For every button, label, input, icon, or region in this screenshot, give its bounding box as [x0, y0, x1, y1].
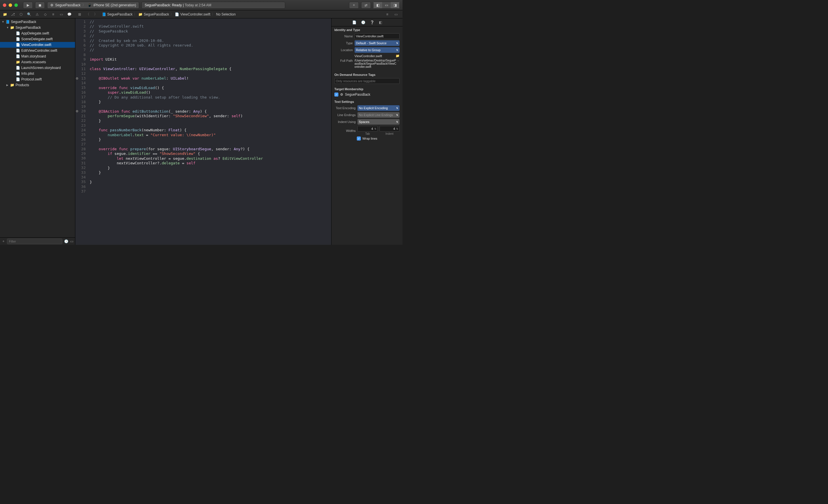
help-inspector-tab[interactable]: ❔: [370, 20, 374, 25]
chevron-right-icon: 〉: [82, 3, 86, 7]
tree-file[interactable]: 📄 AppDelegate.swift: [0, 31, 75, 36]
stop-button[interactable]: ◼: [35, 2, 45, 9]
folder-icon: 📁: [10, 83, 14, 87]
maximize-icon[interactable]: [14, 3, 18, 7]
symbol-navigator-icon[interactable]: ⬡: [17, 11, 25, 17]
tree-file[interactable]: 📄 LaunchScreen.storyboard: [0, 65, 75, 71]
debug-navigator-icon[interactable]: ≡: [49, 11, 57, 17]
tree-file[interactable]: 📄 EditViewController.swift: [0, 48, 75, 53]
name-label: Name: [334, 35, 355, 38]
attributes-inspector-tab[interactable]: ◧: [379, 20, 382, 25]
wrap-lines-checkbox[interactable]: ✓: [357, 136, 361, 140]
name-field[interactable]: [355, 33, 400, 39]
find-navigator-icon[interactable]: 🔍: [25, 11, 33, 17]
indent-sublabel: Indent: [379, 132, 400, 135]
tree-label: LaunchScreen.storyboard: [21, 66, 61, 70]
stepper-icon[interactable]: ⇅: [396, 128, 398, 130]
toggle-navigator-button[interactable]: ◧: [373, 2, 382, 8]
membership-checkbox[interactable]: ✓: [334, 93, 338, 97]
tree-file[interactable]: 📄 Protocol.swift: [0, 77, 75, 82]
toggle-inspector-button[interactable]: ◨: [391, 2, 399, 8]
connection-indicator-icon[interactable]: [76, 110, 78, 112]
status-app: SeguePassBack:: [144, 3, 171, 7]
target-icon: ⚙︎: [340, 93, 343, 97]
tree-file[interactable]: 📄 Main.storyboard: [0, 53, 75, 59]
disclosure-icon[interactable]: ▼: [2, 20, 5, 23]
breadcrumb-item[interactable]: No Selection: [216, 12, 236, 16]
tree-group-products[interactable]: ▶ 📁 Products: [0, 82, 75, 88]
stepper-icon[interactable]: ⇅: [374, 128, 376, 130]
folder-icon: 📁: [138, 12, 142, 16]
project-icon: 📘: [102, 12, 106, 16]
recent-icon[interactable]: 🕓: [64, 239, 69, 243]
breadcrumb-item[interactable]: ViewController.swift: [180, 12, 210, 16]
scheme-selector[interactable]: ⚙︎ SeguePassBack 〉 📱 iPhone SE (2nd gene…: [47, 2, 139, 9]
tree-file[interactable]: 📄 SceneDelegate.swift: [0, 36, 75, 42]
source-control-icon[interactable]: ⎇: [9, 11, 17, 17]
test-navigator-icon[interactable]: ◇: [41, 11, 49, 17]
type-select[interactable]: Default - Swift Source ⇅: [355, 40, 400, 46]
titlebar: ▶ ◼ ⚙︎ SeguePassBack 〉 📱 iPhone SE (2nd …: [0, 0, 403, 10]
file-inspector-tab[interactable]: 📄: [352, 20, 357, 25]
panel-toggles: ◧ ▭ ◨: [373, 2, 400, 9]
swift-file-icon: 📄: [15, 43, 20, 47]
file-tree[interactable]: ▼ 📘 SeguePassBack ▼ 📁 SeguePassBack 📄 Ap…: [0, 18, 75, 237]
indent-width-stepper[interactable]: 4 ⇅: [379, 126, 400, 132]
toggle-debug-button[interactable]: ▭: [382, 2, 391, 8]
folder-icon: 📁: [10, 25, 14, 30]
inspector-tabs: 📄 🕓 ❔ ◧: [331, 18, 403, 27]
tree-file[interactable]: 📁 Assets.xcassets: [0, 59, 75, 65]
breakpoint-navigator-icon[interactable]: ▭: [57, 11, 65, 17]
encoding-label: Text Encoding: [334, 106, 357, 110]
tree-group[interactable]: ▼ 📁 SeguePassBack: [0, 25, 75, 31]
inspector-panel: 📄 🕓 ❔ ◧ Identity and Type Name Type Defa…: [331, 18, 403, 245]
lineendings-select[interactable]: No Explicit Line Endings ⇅: [357, 112, 400, 118]
tab-width-stepper[interactable]: 4 ⇅: [357, 126, 378, 132]
swift-file-icon: 📄: [15, 37, 20, 41]
report-navigator-icon[interactable]: 💬: [66, 11, 73, 17]
run-button[interactable]: ▶: [23, 2, 33, 9]
tree-file[interactable]: 📄 Info.plist: [0, 71, 75, 77]
reveal-icon[interactable]: →: [397, 59, 400, 62]
folder-icon[interactable]: 📁: [396, 54, 400, 58]
tree-label: EditViewController.swift: [21, 49, 57, 53]
chevron-updown-icon: ⇅: [396, 114, 398, 117]
scheme-app-label: SeguePassBack: [55, 3, 81, 7]
project-navigator: ▼ 📘 SeguePassBack ▼ 📁 SeguePassBack 📄 Ap…: [0, 18, 75, 245]
encoding-select[interactable]: No Explicit Encoding ⇅: [357, 105, 400, 111]
code-content[interactable]: // // ViewController.swift // SeguePassB…: [88, 18, 331, 245]
tree-project-root[interactable]: ▼ 📘 SeguePassBack: [0, 19, 75, 25]
add-button[interactable]: ＋: [2, 239, 5, 244]
lineendings-value: No Explicit Line Endings: [359, 113, 393, 117]
disclosure-icon[interactable]: ▼: [6, 26, 10, 29]
connection-indicator-icon[interactable]: [76, 77, 78, 80]
close-icon[interactable]: [3, 3, 6, 7]
location-select[interactable]: Relative to Group ⇅: [355, 47, 400, 53]
navigator-toolbar: 📁 ⎇ ⬡ 🔍 ⚠ ◇ ≡ ▭ 💬 ⊞ 〈 〉 📘 SeguePassBack …: [0, 10, 403, 18]
code-review-button[interactable]: ⇄: [361, 2, 371, 9]
disclosure-icon[interactable]: ▶: [6, 84, 10, 87]
history-inspector-tab[interactable]: 🕓: [361, 20, 365, 25]
minimize-icon[interactable]: [9, 3, 12, 7]
filter-input[interactable]: [7, 238, 63, 244]
adjust-editor-icon[interactable]: ▭: [392, 11, 400, 17]
library-button[interactable]: ＋: [349, 2, 359, 9]
breadcrumb[interactable]: 📘 SeguePassBack 〉 📁 SeguePassBack 〉 📄 Vi…: [102, 12, 236, 17]
project-navigator-icon[interactable]: 📁: [1, 11, 9, 17]
breadcrumb-item[interactable]: SeguePassBack: [144, 12, 169, 16]
indentusing-value: Spaces: [359, 120, 369, 124]
indentusing-select[interactable]: Spaces ⇅: [357, 119, 400, 125]
chevron-updown-icon: ⇅: [396, 49, 398, 51]
related-items-icon[interactable]: ⊞: [76, 11, 83, 17]
membership-row[interactable]: ✓ ⚙︎ SeguePassBack: [334, 93, 400, 97]
scm-filter-icon[interactable]: ▭: [70, 239, 73, 243]
forward-button[interactable]: 〉: [92, 11, 99, 17]
tree-label: Assets.xcassets: [21, 60, 46, 64]
back-button[interactable]: 〈: [84, 11, 91, 17]
minimap-icon[interactable]: ≡: [383, 11, 391, 17]
code-editor[interactable]: 1234 5678 9101112 13 14151617 1819 20 21…: [75, 18, 331, 245]
issue-navigator-icon[interactable]: ⚠: [33, 11, 41, 17]
tags-header: On Demand Resource Tags: [334, 73, 400, 77]
breadcrumb-item[interactable]: SeguePassBack: [107, 12, 132, 16]
tree-file-selected[interactable]: 📄 ViewController.swift: [0, 42, 75, 48]
